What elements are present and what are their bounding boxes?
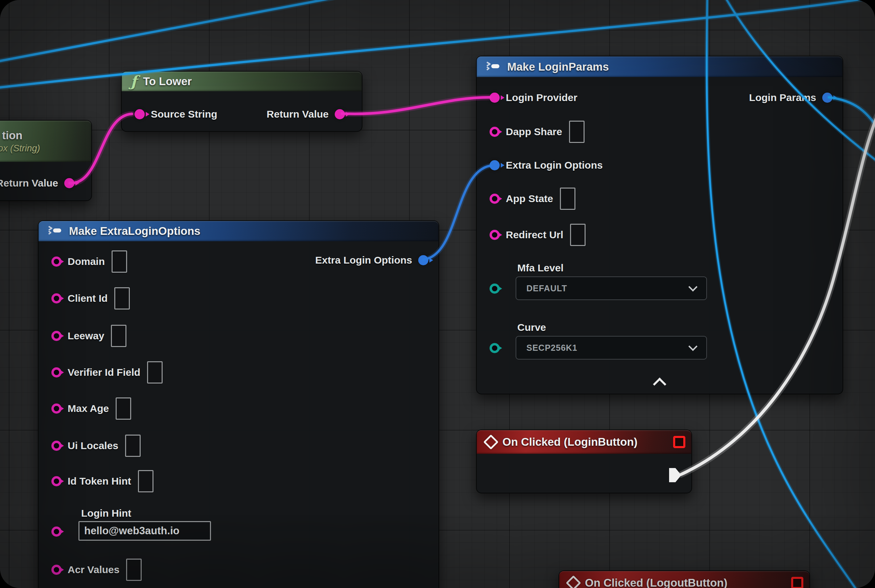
pin-return-value[interactable] <box>335 109 345 119</box>
pin-tail <box>498 286 502 291</box>
pin-dapp-share[interactable] <box>490 127 500 137</box>
pin-max-age[interactable] <box>51 404 62 414</box>
pin-login-params[interactable] <box>822 93 832 103</box>
pin-tail <box>75 181 79 186</box>
pin-return-value[interactable] <box>64 178 74 188</box>
pin-label-leeway: Leeway <box>68 330 104 342</box>
exec-output-pin[interactable] <box>669 468 681 482</box>
pin-curve[interactable] <box>490 343 500 353</box>
pin-row-leeway: Leeway <box>39 325 439 347</box>
pin-leeway[interactable] <box>51 331 62 341</box>
pin-ui-locales[interactable] <box>51 441 62 451</box>
pin-label-return-value: Return Value <box>0 177 58 189</box>
node-header[interactable]: ƒTo Lower <box>122 72 362 91</box>
pin-label-redirect-url: Redirect Url <box>506 229 563 241</box>
blueprint-editor-viewport: tionox (String)Return ValueƒTo LowerSour… <box>0 0 875 588</box>
dropdown-curve[interactable]: SECP256K1 <box>516 336 707 360</box>
value-box-verifier-id-field[interactable] <box>147 361 162 384</box>
pin-tail <box>60 479 64 484</box>
text-row-login-hint: Login Hinthello@web3auth.io <box>39 508 439 545</box>
value-box-leeway[interactable] <box>111 325 126 347</box>
pin-label-dapp-share: Dapp Share <box>506 126 562 138</box>
wire-pink-tolower-to-provider[interactable] <box>342 98 490 114</box>
pin-acr-values[interactable] <box>51 565 62 575</box>
pin-row-ui-locales: Ui Locales <box>39 435 439 456</box>
node-header[interactable]: tionox (String) <box>0 121 91 162</box>
value-box-dapp-share[interactable] <box>569 121 585 143</box>
node-title: tion <box>2 129 22 142</box>
node-make-extra-login-options[interactable]: Make ExtraLoginOptionsExtra Login Option… <box>38 220 439 588</box>
dropdown-value-curve: SECP256K1 <box>526 343 577 353</box>
node-partial-string-node[interactable]: tionox (String)Return Value <box>0 120 92 201</box>
text-input-login-hint[interactable]: hello@web3auth.io <box>78 521 211 541</box>
exec-out-row <box>477 464 692 486</box>
pin-id-token-hint[interactable] <box>51 476 62 486</box>
pin-row-client-id: Client Id <box>39 288 439 309</box>
pin-tail <box>60 259 64 264</box>
enum-row-curve: CurveSECP256K1 <box>477 322 842 362</box>
collapse-node-chevron-icon[interactable] <box>653 378 666 391</box>
pin-tail <box>498 129 502 134</box>
node-to-lower[interactable]: ƒTo LowerSource StringReturn Value <box>121 71 362 132</box>
delegate-event-icon[interactable] <box>673 436 685 448</box>
node-title: On Clicked (LoginButton) <box>502 436 637 448</box>
value-box-redirect-url[interactable] <box>570 224 586 246</box>
delegate-event-icon[interactable] <box>791 577 803 588</box>
pin-tail <box>60 370 64 375</box>
node-make-login-params[interactable]: Make LoginParamsLogin ProviderLogin Para… <box>476 56 843 394</box>
function-icon: ƒ <box>131 74 137 89</box>
pin-app-state[interactable] <box>490 194 500 204</box>
node-header[interactable]: On Clicked (LoginButton) <box>477 430 692 454</box>
pin-redirect-url[interactable] <box>490 230 500 240</box>
pin-row-return-value: Return Value <box>122 104 362 125</box>
value-box-client-id[interactable] <box>114 287 130 309</box>
node-header[interactable]: Make ExtraLoginOptions <box>39 221 439 241</box>
pin-tail <box>60 333 64 338</box>
pin-label-return-value: Return Value <box>267 108 329 120</box>
pin-label-max-age: Max Age <box>68 403 109 414</box>
pin-label-domain: Domain <box>68 256 105 267</box>
pin-tail <box>833 95 837 100</box>
pin-mfa-level[interactable] <box>490 284 500 294</box>
pin-row-redirect-url: Redirect Url <box>477 224 842 246</box>
make-struct-icon <box>47 225 63 237</box>
pin-client-id[interactable] <box>51 293 62 303</box>
node-title: To Lower <box>143 75 192 88</box>
dropdown-value-mfa-level: DEFAULT <box>526 284 567 293</box>
pin-label-app-state: App State <box>506 193 553 204</box>
dropdown-mfa-level[interactable]: DEFAULT <box>516 276 707 300</box>
node-title: On Clicked (LogoutButton) <box>585 576 728 588</box>
pin-row-acr-values: Acr Values <box>39 559 439 580</box>
pin-tail <box>498 196 502 201</box>
pin-row-return-value: Return Value <box>0 172 91 194</box>
value-box-domain[interactable] <box>111 250 127 273</box>
pin-label-verifier-id-field: Verifier Id Field <box>68 367 140 378</box>
pin-label-extra-login-options: Extra Login Options <box>506 159 603 171</box>
pin-login-hint[interactable] <box>51 526 62 537</box>
field-label-login-hint: Login Hint <box>81 508 131 519</box>
node-title: Make LoginParams <box>507 60 609 74</box>
pin-tail <box>501 163 504 168</box>
node-on-clicked-logout-button[interactable]: On Clicked (LogoutButton) <box>559 570 810 588</box>
node-subtitle: ox (String) <box>0 143 40 154</box>
field-label-mfa-level: Mfa Level <box>517 262 564 274</box>
pin-domain[interactable] <box>51 256 62 267</box>
pin-extra-login-options[interactable] <box>490 160 500 170</box>
value-box-ui-locales[interactable] <box>125 435 141 457</box>
value-box-app-state[interactable] <box>560 188 576 210</box>
pin-row-dapp-share: Dapp Share <box>477 121 842 142</box>
wire-blue-topleft-diagonal-glow <box>0 0 367 63</box>
pin-tail <box>60 567 64 572</box>
node-on-clicked-login-button[interactable]: On Clicked (LoginButton) <box>476 429 692 494</box>
value-box-id-token-hint[interactable] <box>138 470 153 492</box>
value-box-max-age[interactable] <box>116 398 131 420</box>
pin-row-extra-login-options: Extra Login Options <box>477 154 842 176</box>
node-header[interactable]: On Clicked (LogoutButton) <box>559 571 809 588</box>
node-header[interactable]: Make LoginParams <box>477 56 842 77</box>
wire-blue-topleft-diagonal[interactable] <box>0 0 367 63</box>
pin-verifier-id-field[interactable] <box>51 368 62 378</box>
chevron-down-icon <box>689 342 698 351</box>
graph-canvas[interactable]: tionox (String)Return ValueƒTo LowerSour… <box>0 0 875 588</box>
pin-tail <box>60 296 64 301</box>
value-box-acr-values[interactable] <box>126 559 142 581</box>
